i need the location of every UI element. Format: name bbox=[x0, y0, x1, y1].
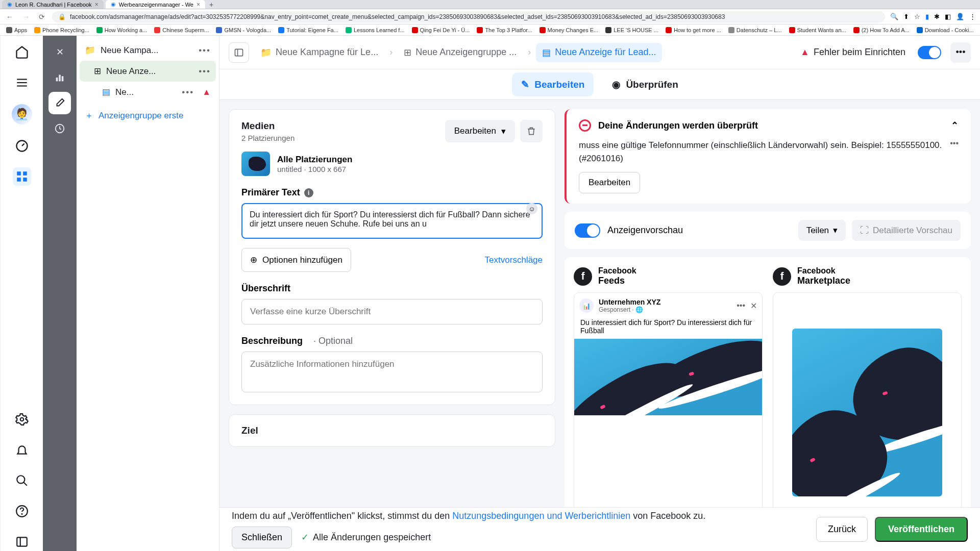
breadcrumb-campaign[interactable]: 📁 Neue Kampagne für Le... bbox=[254, 43, 384, 62]
publish-button[interactable]: Veröffentlichen bbox=[875, 517, 968, 542]
bc-label: Neue Kampagne für Le... bbox=[276, 47, 378, 58]
close-button[interactable]: Schließen bbox=[232, 527, 292, 548]
lock-icon: 🔒 bbox=[58, 13, 66, 20]
forward-icon[interactable]: → bbox=[20, 13, 32, 21]
status-toggle[interactable] bbox=[918, 46, 941, 59]
tab-edit[interactable]: ✎ Bearbeiten bbox=[512, 72, 594, 96]
text-suggestions-link[interactable]: Textvorschläge bbox=[485, 255, 543, 265]
avatar[interactable]: 🧑‍💼 bbox=[12, 104, 32, 124]
bookmark[interactable]: How Working a... bbox=[94, 27, 150, 33]
reload-icon[interactable]: ⟳ bbox=[37, 13, 47, 21]
tree-ad[interactable]: ▤ Ne... ••• ▲ bbox=[80, 82, 216, 103]
tree-adset[interactable]: ⊞ Neue Anze... ••• bbox=[80, 61, 216, 82]
gear-icon[interactable] bbox=[13, 410, 31, 429]
browser-tab[interactable]: ◉ Leon R. Chaudhari | Facebook × bbox=[2, 0, 104, 9]
bell-icon[interactable] bbox=[13, 441, 31, 459]
bookmark[interactable]: Qing Fei De Yi - Ü... bbox=[410, 27, 472, 33]
bookmark[interactable]: Student Wants an... bbox=[787, 27, 848, 33]
search-icon[interactable] bbox=[13, 471, 31, 490]
btn-label: Teilen bbox=[806, 226, 829, 236]
url-input[interactable]: 🔒 facebook.com/adsmanager/manage/ads/edi… bbox=[52, 11, 885, 22]
headline-input[interactable] bbox=[241, 299, 543, 324]
close-icon[interactable]: ✕ bbox=[750, 301, 757, 311]
placement-title: Alle Platzierungen bbox=[277, 155, 352, 165]
star-icon[interactable]: ☆ bbox=[914, 13, 920, 20]
delete-button[interactable] bbox=[520, 120, 543, 142]
breadcrumb-ad[interactable]: ▤ Neue Anzeige für Lead... bbox=[536, 43, 662, 62]
detailed-preview-button[interactable]: ⛶ Detaillierte Vorschau bbox=[852, 220, 961, 241]
facebook-icon: f bbox=[773, 267, 791, 286]
collapse-icon[interactable] bbox=[13, 533, 31, 551]
tree-campaign[interactable]: 📁 Neue Kampa... ••• bbox=[80, 40, 216, 61]
ext-icon[interactable]: ✱ bbox=[934, 13, 940, 20]
bookmark[interactable]: GMSN - Vologda... bbox=[214, 27, 273, 33]
chart-icon[interactable] bbox=[48, 66, 71, 89]
more-icon[interactable]: ••• bbox=[199, 45, 211, 56]
ext-icon[interactable]: ◧ bbox=[945, 13, 951, 20]
back-icon[interactable]: ← bbox=[4, 13, 15, 21]
zoom-icon[interactable]: 🔍 bbox=[890, 13, 898, 20]
bookmark[interactable]: LEE 'S HOUSE ... bbox=[603, 27, 660, 33]
bookmark[interactable]: The Top 3 Platfor... bbox=[475, 27, 534, 33]
more-icon[interactable]: ••• bbox=[737, 301, 745, 311]
bookmark[interactable]: Lessons Learned f... bbox=[344, 27, 407, 33]
bookmarks-bar: Apps Phone Recycling... How Working a...… bbox=[0, 24, 980, 36]
menu-icon[interactable] bbox=[13, 73, 31, 92]
svg-rect-13 bbox=[17, 537, 27, 546]
bookmark[interactable]: Chinese Superm... bbox=[152, 27, 211, 33]
help-icon[interactable] bbox=[13, 502, 31, 520]
url-text: facebook.com/adsmanager/manage/ads/edit?… bbox=[70, 13, 725, 20]
history-icon[interactable] bbox=[48, 117, 71, 140]
more-icon[interactable]: ••• bbox=[950, 139, 959, 165]
edit-icon[interactable] bbox=[48, 92, 71, 114]
placement-row[interactable]: Alle Platzierungen untitled · 1000 x 667 bbox=[241, 152, 543, 176]
tree-label: Neue Kampa... bbox=[101, 45, 158, 56]
primary-text-input[interactable] bbox=[241, 203, 543, 239]
more-icon[interactable]: ••• bbox=[182, 87, 194, 97]
preview-toggle[interactable] bbox=[575, 223, 600, 238]
btn-label: Detaillierte Vorschau bbox=[873, 226, 952, 236]
more-icon[interactable]: ••• bbox=[199, 66, 211, 77]
preview-column: Deine Änderungen werden überprüft ⌃ muss… bbox=[565, 109, 971, 542]
menu-icon[interactable]: ⋮ bbox=[969, 13, 976, 20]
close-editor-button[interactable]: ✕ bbox=[48, 41, 71, 63]
info-icon[interactable]: i bbox=[304, 188, 313, 197]
home-icon[interactable] bbox=[13, 43, 31, 61]
add-adset-button[interactable]: ＋ Anzeigengruppe erste bbox=[80, 103, 216, 129]
terms-link[interactable]: Nutzungsbedingungen und Werberichtlinien bbox=[452, 511, 630, 521]
bookmark[interactable]: Money Changes E... bbox=[537, 27, 601, 33]
description-input[interactable] bbox=[241, 352, 543, 392]
ziel-title: Ziel bbox=[241, 425, 543, 436]
bookmark[interactable]: How to get more ... bbox=[664, 27, 723, 33]
close-icon[interactable]: × bbox=[197, 1, 200, 8]
tab-review[interactable]: ◉ Überprüfen bbox=[603, 72, 687, 96]
emoji-icon[interactable]: ☺ bbox=[526, 203, 537, 214]
ad-icon: ▤ bbox=[102, 87, 110, 97]
profile-icon[interactable]: 👤 bbox=[956, 13, 964, 20]
share-icon[interactable]: ⬆ bbox=[903, 13, 909, 20]
panel-toggle-icon[interactable] bbox=[229, 42, 249, 63]
chevron-up-icon[interactable]: ⌃ bbox=[951, 120, 959, 131]
adset-icon: ⊞ bbox=[404, 47, 411, 58]
fb-icon[interactable]: ▮ bbox=[925, 13, 929, 20]
add-options-button[interactable]: ⊕ Optionen hinzufügen bbox=[241, 248, 351, 272]
close-icon[interactable]: × bbox=[95, 1, 99, 8]
back-button[interactable]: Zurück bbox=[816, 517, 868, 542]
new-tab-button[interactable]: + bbox=[205, 1, 217, 9]
bookmark[interactable]: Datenschutz – L... bbox=[726, 27, 784, 33]
bookmark[interactable]: Download - Cooki... bbox=[915, 27, 976, 33]
breadcrumb-adset[interactable]: ⊞ Neue Anzeigengruppe ... bbox=[398, 43, 523, 62]
gauge-icon[interactable] bbox=[13, 137, 31, 155]
tab-title: Werbeanzeigenmanager - We bbox=[119, 2, 193, 8]
ads-manager-icon[interactable] bbox=[13, 167, 31, 186]
bookmark[interactable]: Tutorial: Eigene Fa... bbox=[276, 27, 340, 33]
edit-media-button[interactable]: Bearbeiten ▾ bbox=[445, 120, 515, 142]
more-icon[interactable]: ••• bbox=[950, 42, 971, 63]
bookmark[interactable]: (2) How To Add A... bbox=[851, 27, 912, 33]
preview-title: Anzeigenvorschau bbox=[607, 225, 683, 236]
warning-edit-button[interactable]: Bearbeiten bbox=[579, 172, 640, 193]
browser-tab-active[interactable]: ◉ Werbeanzeigenmanager - We × bbox=[106, 0, 205, 9]
bookmark[interactable]: Apps bbox=[4, 27, 29, 33]
bookmark[interactable]: Phone Recycling... bbox=[32, 27, 91, 33]
share-button[interactable]: Teilen ▾ bbox=[798, 220, 846, 241]
